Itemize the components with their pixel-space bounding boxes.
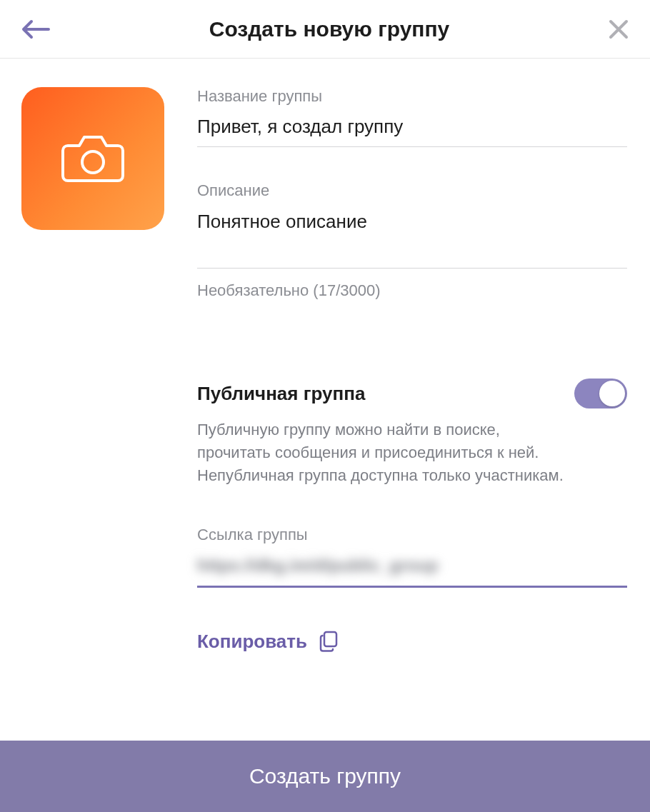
arrow-left-icon bbox=[21, 19, 50, 39]
content: Название группы Описание Необязательно (… bbox=[0, 59, 650, 653]
public-group-row: Публичная группа bbox=[197, 379, 627, 408]
copy-icon bbox=[319, 631, 339, 652]
group-name-input[interactable] bbox=[197, 113, 627, 147]
group-avatar-upload[interactable] bbox=[21, 87, 164, 230]
copy-link-label: Копировать bbox=[197, 631, 307, 653]
svg-rect-1 bbox=[324, 632, 336, 646]
copy-link-button[interactable]: Копировать bbox=[197, 631, 627, 653]
group-name-label: Название группы bbox=[197, 87, 627, 106]
public-group-description: Публичную группу можно найти в поиске, п… bbox=[197, 418, 576, 487]
header: Создать новую группу bbox=[0, 0, 650, 59]
close-icon bbox=[609, 19, 629, 39]
form-fields: Название группы Описание Необязательно (… bbox=[197, 87, 629, 653]
svg-point-0 bbox=[82, 151, 104, 173]
public-group-title: Публичная группа bbox=[197, 383, 365, 405]
group-link-label: Ссылка группы bbox=[197, 526, 627, 544]
page-title: Создать новую группу bbox=[50, 17, 609, 41]
camera-icon bbox=[61, 133, 125, 184]
description-input[interactable] bbox=[197, 207, 627, 269]
toggle-knob bbox=[599, 381, 625, 406]
public-group-toggle[interactable] bbox=[574, 379, 627, 408]
group-link-value: https://dkg.im/d/public_group bbox=[197, 556, 438, 576]
description-field: Описание Необязательно (17/3000) bbox=[197, 181, 627, 300]
create-group-button[interactable]: Создать группу bbox=[0, 741, 650, 812]
group-name-field: Название группы bbox=[197, 87, 627, 147]
description-label: Описание bbox=[197, 181, 627, 200]
description-hint: Необязательно (17/3000) bbox=[197, 281, 627, 300]
back-button[interactable] bbox=[21, 19, 50, 39]
close-button[interactable] bbox=[609, 19, 629, 39]
create-group-label: Создать группу bbox=[249, 764, 401, 788]
group-link-field: Ссылка группы https://dkg.im/d/public_gr… bbox=[197, 526, 627, 588]
group-link-input[interactable]: https://dkg.im/d/public_group bbox=[197, 551, 627, 588]
